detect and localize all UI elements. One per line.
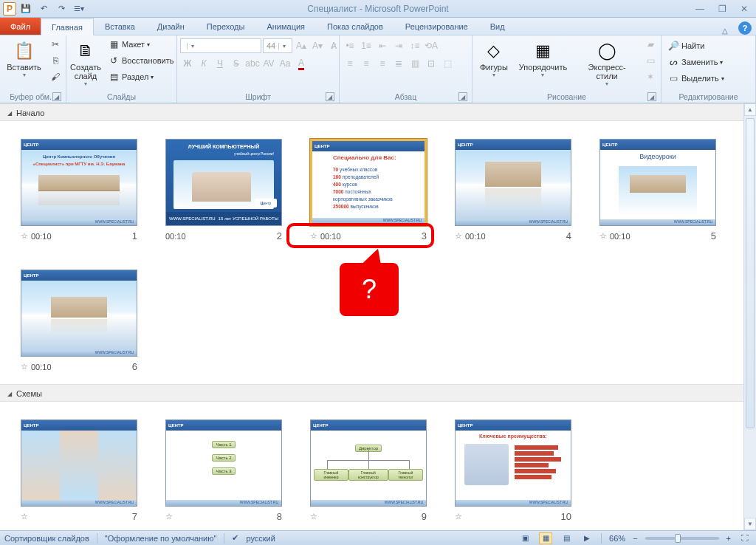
shapes-button[interactable]: ◇Фигуры▾ <box>475 37 512 80</box>
app-icon[interactable]: P <box>3 2 16 16</box>
view-sorter-icon[interactable]: ▦ <box>539 532 552 544</box>
paragraph-dialog-icon[interactable]: ◢ <box>458 92 467 101</box>
select-button[interactable]: ▭Выделить ▾ <box>664 71 727 86</box>
align-right-icon[interactable]: ≡ <box>375 56 390 71</box>
replace-button[interactable]: ᔕЗаменить ▾ <box>664 55 727 69</box>
find-button[interactable]: 🔎Найти <box>664 38 727 53</box>
zoom-slider[interactable] <box>645 537 719 540</box>
font-family-combo[interactable]: ▾ <box>180 38 261 53</box>
section-button[interactable]: ▤Раздел ▾ <box>105 69 176 84</box>
zoom-in-icon[interactable]: + <box>726 534 731 543</box>
clipboard-dialog-icon[interactable]: ◢ <box>52 92 61 101</box>
copy-icon[interactable]: ⎘ <box>48 53 63 68</box>
smartart-icon[interactable]: ⬚ <box>440 56 455 71</box>
help-icon[interactable]: ? <box>738 21 752 35</box>
strike-icon[interactable]: S̶ <box>229 56 244 71</box>
tab-review[interactable]: Рецензирование <box>394 18 479 35</box>
tab-slideshow[interactable]: Показ слайдов <box>316 18 394 35</box>
align-text-icon[interactable]: ⊡ <box>424 56 439 71</box>
view-normal-icon[interactable]: ▣ <box>518 532 532 544</box>
drawing-dialog-icon[interactable]: ◢ <box>647 92 656 101</box>
spacing-icon[interactable]: AV <box>261 56 276 71</box>
case-icon[interactable]: Aa <box>278 56 292 71</box>
tab-transitions[interactable]: Переходы <box>196 18 256 35</box>
view-slideshow-icon[interactable]: ▶ <box>580 532 594 544</box>
shape-effects-icon[interactable]: ✶ <box>643 69 658 84</box>
spellcheck-icon[interactable]: ✔ <box>232 533 238 543</box>
slide-thumb-6[interactable]: ЦЕНТР WWW.SPECIALIST.RU <box>21 270 137 357</box>
slide-thumb-10[interactable]: ЦЕНТР Ключевые преимущества: WWW.SPECIAL… <box>455 419 571 507</box>
bold-icon[interactable]: Ж <box>180 56 195 71</box>
outdent-icon[interactable]: ⇤ <box>375 38 390 53</box>
scrollbar-thumb[interactable] <box>746 118 755 428</box>
slide-thumb-4[interactable]: ЦЕНТР WWW.SPECIALIST.RU <box>455 139 571 226</box>
arrange-button[interactable]: ▦Упорядочить▾ <box>515 37 571 80</box>
slide-thumb-7[interactable]: ЦЕНТР WWW.SPECIALIST.RU <box>21 419 137 507</box>
quick-styles-icon: ◯ <box>595 39 619 63</box>
format-painter-icon[interactable]: 🖌 <box>48 69 63 84</box>
paste-button[interactable]: 📋 Вставить ▾ <box>3 37 45 80</box>
layout-button[interactable]: ▦Макет ▾ <box>105 37 176 52</box>
slide-thumb-2[interactable]: ЛУЧШИЙ КОМПЬЮТЕРНЫЙ учебный центр России… <box>165 139 282 226</box>
slide-item-9: ЦЕНТР Директор Главный инженер Главный к… <box>310 419 427 522</box>
shrink-font-icon[interactable]: A▾ <box>310 38 325 53</box>
status-language[interactable]: русский <box>246 534 275 543</box>
font-size-combo[interactable]: 44▾ <box>263 38 292 53</box>
line-spacing-icon[interactable]: ↕≡ <box>408 38 422 53</box>
close-button[interactable]: ✕ <box>737 3 752 15</box>
justify-icon[interactable]: ≣ <box>391 56 406 71</box>
underline-icon[interactable]: Ч <box>213 56 227 71</box>
slide-thumb-5[interactable]: ЦЕНТР Видеоуроки WWW.SPECIALIST.RU <box>599 139 716 226</box>
grow-font-icon[interactable]: A▴ <box>294 38 309 53</box>
minimize-ribbon-icon[interactable]: △ <box>722 27 734 35</box>
tab-file[interactable]: Файл <box>0 18 41 35</box>
slide-thumb-3[interactable]: ЦЕНТР Специально для Вас: 70 70 учебных … <box>310 139 427 226</box>
zoom-level[interactable]: 66% <box>609 534 625 543</box>
shape-fill-icon[interactable]: ▰ <box>643 37 658 52</box>
tab-animations[interactable]: Анимация <box>255 18 316 35</box>
bullets-icon[interactable]: •≡ <box>343 38 357 53</box>
tab-insert[interactable]: Вставка <box>94 18 146 35</box>
font-color-icon[interactable]: A <box>294 56 309 71</box>
save-icon[interactable]: 💾 <box>18 1 34 16</box>
text-direction-icon[interactable]: ⟲A <box>424 38 439 53</box>
indent-icon[interactable]: ⇥ <box>391 38 406 53</box>
shadow-icon[interactable]: abc <box>245 56 260 71</box>
scroll-up-icon[interactable]: ▲ <box>744 103 756 116</box>
slide-item-3: ЦЕНТР Специально для Вас: 70 70 учебных … <box>310 139 427 241</box>
align-left-icon[interactable]: ≡ <box>343 56 357 71</box>
columns-icon[interactable]: ▥ <box>408 56 422 71</box>
tab-design[interactable]: Дизайн <box>146 18 196 35</box>
fit-window-icon[interactable]: ⛶ <box>738 532 752 544</box>
quick-styles-button[interactable]: ◯Экспресс-стили▾ <box>574 37 640 89</box>
restore-button[interactable]: ❐ <box>715 3 729 15</box>
vertical-scrollbar[interactable]: ▲ ▼ <box>743 103 756 530</box>
qat-dropdown-icon[interactable]: ☰▾ <box>71 1 87 16</box>
font-dialog-icon[interactable]: ◢ <box>326 92 334 101</box>
shape-outline-icon[interactable]: ▭ <box>643 53 658 68</box>
section-header-2[interactable]: ◢Схемы <box>0 384 743 402</box>
scroll-down-icon[interactable]: ▼ <box>744 518 756 530</box>
view-reading-icon[interactable]: ▤ <box>560 532 573 544</box>
reset-button[interactable]: ↺Восстановить <box>105 53 176 68</box>
tab-view[interactable]: Вид <box>479 18 516 35</box>
replace-icon: ᔕ <box>667 56 679 68</box>
section-header-1[interactable]: ◢Начало <box>0 103 743 121</box>
new-slide-button[interactable]: 🗎 Создать слайд ▾ <box>69 37 102 89</box>
undo-icon[interactable]: ↶ <box>35 1 52 16</box>
minimize-button[interactable]: ― <box>693 3 707 15</box>
align-center-icon[interactable]: ≡ <box>359 56 374 71</box>
slide-thumb-9[interactable]: ЦЕНТР Директор Главный инженер Главный к… <box>310 419 427 507</box>
annotation-bubble: ? <box>340 263 399 316</box>
slide-thumb-8[interactable]: ЦЕНТР Часть 1 Часть 2 Часть 3 WWW.SPECIA… <box>165 419 282 507</box>
group-drawing-label: Рисование◢ <box>475 91 658 103</box>
italic-icon[interactable]: К <box>196 56 211 71</box>
slide-thumb-1[interactable]: ЦЕНТР Центр Компьютерного Обучения «Спец… <box>21 139 137 226</box>
zoom-out-icon[interactable]: − <box>633 534 637 543</box>
cut-icon[interactable]: ✂ <box>48 37 63 52</box>
numbering-icon[interactable]: 1≡ <box>359 38 374 53</box>
group-paragraph-label: Абзац◢ <box>343 91 469 103</box>
clear-format-icon[interactable]: A̷ <box>326 38 341 53</box>
tab-home[interactable]: Главная <box>41 18 94 35</box>
redo-icon[interactable]: ↷ <box>53 1 69 16</box>
